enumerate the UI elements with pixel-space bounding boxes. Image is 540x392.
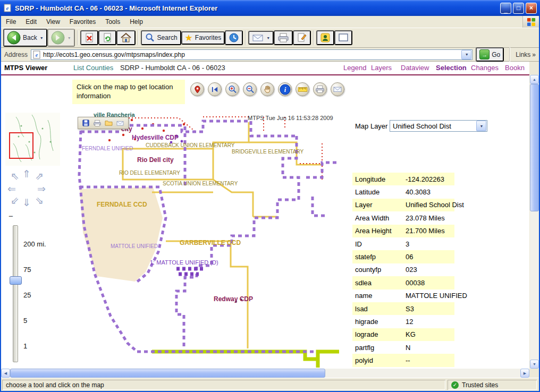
pan-tool[interactable]	[260, 82, 274, 96]
nav-dataview[interactable]: Dataview	[401, 64, 429, 72]
menu-favorites[interactable]: Favorites	[65, 17, 100, 27]
map-label-selection: 1: MATTOLE UNIFIED (D)	[150, 259, 218, 266]
previous-extent-tool[interactable]	[208, 82, 222, 96]
status-bar: choose a tool and click on the map ✓ Tru…	[1, 378, 539, 391]
map-layer-select[interactable]: Unified School Dist ▼	[390, 120, 487, 132]
discuss-button[interactable]	[334, 30, 352, 45]
zoom-slider-track[interactable]	[13, 225, 18, 362]
windows-logo-icon	[522, 16, 539, 28]
pin-icon	[193, 86, 201, 93]
export-map-tool[interactable]	[331, 82, 344, 96]
history-icon	[229, 32, 239, 43]
save-map-button[interactable]	[82, 119, 90, 127]
refresh-button[interactable]	[98, 30, 116, 45]
table-row: ID3	[352, 237, 454, 250]
minimize-button[interactable]: _	[500, 3, 511, 14]
identify-tool[interactable]: i	[278, 82, 292, 96]
info-icon: i	[280, 84, 291, 95]
window-ie-icon: e	[3, 4, 12, 12]
overview-map[interactable]	[5, 113, 60, 166]
nav-changes[interactable]: Changes	[471, 64, 499, 72]
horizontal-scrollbar[interactable]: ◀ ▶	[1, 369, 529, 378]
back-button[interactable]: Back ▼	[3, 29, 47, 47]
zoom-out-tool[interactable]	[243, 82, 257, 96]
history-button[interactable]	[225, 30, 243, 45]
messenger-icon	[320, 32, 331, 43]
nav-layers[interactable]: Layers	[371, 64, 392, 72]
pan-southwest-arrow[interactable]: ⇙	[11, 195, 19, 206]
nav-selection[interactable]: Selection	[436, 64, 467, 72]
pan-south-arrow[interactable]: ⇓	[22, 198, 31, 208]
scroll-up-button[interactable]: ▲	[530, 75, 539, 84]
ruler-icon	[298, 86, 308, 93]
zoom-scale-25: 25	[23, 291, 31, 299]
zoom-in-tool[interactable]	[225, 82, 239, 96]
menu-file[interactable]: File	[1, 17, 21, 27]
map-tools: i	[190, 82, 344, 96]
close-button[interactable]: ×	[526, 3, 537, 14]
edit-button[interactable]	[293, 30, 311, 45]
home-button[interactable]	[116, 30, 136, 45]
vertical-scrollbar-thumb[interactable]	[530, 84, 539, 211]
scroll-right-button[interactable]: ▶	[520, 369, 529, 378]
select-dropdown-button[interactable]: ▼	[476, 121, 486, 131]
trusted-check-icon: ✓	[451, 381, 459, 389]
map-timestamp: MTPS Tue Jun 16 11:53:28 2009	[248, 115, 333, 121]
pan-north-arrow[interactable]: ⇑	[22, 169, 31, 179]
map-viewport[interactable]: ville Rancheria city Hydesville CDP CUDD…	[72, 112, 339, 368]
pan-east-arrow[interactable]: ⇒	[37, 184, 46, 194]
toolbar-separator	[138, 30, 139, 45]
map-label-hydesville: Hydesville CDP	[132, 134, 179, 141]
zoom-slider-thumb[interactable]	[10, 276, 22, 285]
vertical-scrollbar[interactable]: ▲ ▼	[530, 75, 539, 369]
locate-tool[interactable]	[190, 82, 204, 96]
table-row: Longitude-124.202263	[352, 173, 454, 185]
print-map-button[interactable]	[93, 120, 102, 127]
horizontal-scrollbar-thumb[interactable]	[10, 369, 325, 378]
window-title: SDRP - Humboldt CA - 06 - 06023 - Micros…	[15, 4, 499, 12]
pan-southeast-arrow[interactable]: ⇘	[35, 195, 44, 206]
search-button[interactable]: Search	[141, 30, 181, 45]
nav-legend[interactable]: Legend	[343, 64, 366, 72]
table-row: Latitude40.3083	[352, 185, 454, 198]
mail-button[interactable]: ▼	[248, 31, 274, 45]
menu-help[interactable]: Help	[125, 17, 148, 27]
previous-arrow-icon	[211, 86, 219, 93]
list-counties-link[interactable]: List Counties	[73, 64, 113, 72]
address-input[interactable]: e http://ecots1.geo.census.gov/mtpsmaps/…	[31, 49, 473, 60]
print-button[interactable]	[274, 30, 293, 45]
pan-northeast-arrow[interactable]: ⇗	[35, 171, 44, 181]
menu-view[interactable]: View	[41, 17, 65, 27]
open-map-button[interactable]	[105, 120, 113, 126]
address-dropdown-button[interactable]: ▼	[461, 50, 471, 59]
favorites-button[interactable]: ★ Favorites	[181, 31, 225, 45]
links-menu[interactable]: Links »	[516, 51, 536, 58]
pan-west-arrow[interactable]: ⇐	[7, 184, 16, 194]
forward-icon	[51, 31, 65, 45]
messenger-button[interactable]	[316, 30, 334, 45]
print-map-tool[interactable]	[313, 82, 327, 96]
map-label-rio-dell-city: Rio Dell city	[137, 156, 174, 164]
email-map-button[interactable]	[116, 120, 124, 126]
scroll-left-button[interactable]: ◀	[1, 369, 10, 378]
map-label-rio-dell-elementary: RIO DELL ELEMENTARY	[119, 170, 180, 176]
toolbar-separator	[313, 30, 314, 45]
forward-button[interactable]: ▼	[47, 29, 75, 47]
maximize-button[interactable]: □	[513, 3, 524, 14]
menu-tools[interactable]: Tools	[100, 17, 125, 27]
nav-bookmarks[interactable]: Bookn	[505, 64, 525, 72]
menu-edit[interactable]: Edit	[21, 17, 41, 27]
stop-button[interactable]	[80, 30, 98, 45]
pan-northwest-arrow[interactable]: ⇖	[11, 171, 19, 181]
back-icon	[7, 31, 21, 45]
title-bar: e SDRP - Humboldt CA - 06 - 06023 - Micr…	[0, 0, 540, 16]
measure-tool[interactable]	[296, 82, 309, 96]
mail-dropdown-icon[interactable]: ▼	[266, 36, 270, 40]
go-button[interactable]: → Go	[476, 47, 504, 62]
back-dropdown-icon[interactable]: ▼	[40, 36, 44, 40]
scroll-down-button[interactable]: ▼	[530, 360, 539, 369]
home-icon	[120, 32, 132, 43]
browser-window: e SDRP - Humboldt CA - 06 - 06023 - Micr…	[0, 0, 540, 392]
zoom-out-icon	[246, 85, 255, 94]
address-url[interactable]: http://ecots1.geo.census.gov/mtpsmaps/in…	[43, 51, 459, 58]
